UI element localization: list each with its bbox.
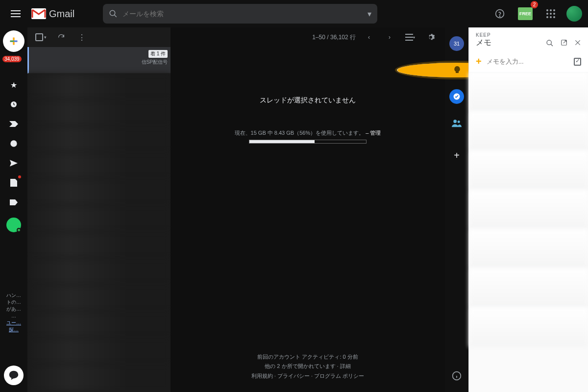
addon-calendar[interactable]: 31 (449, 36, 464, 51)
nav-starred[interactable]: ★ (6, 78, 21, 91)
hangouts-launcher[interactable] (4, 366, 24, 385)
keep-header: KEEP メモ (469, 27, 588, 51)
prev-page-button[interactable]: ‹ (362, 30, 376, 45)
pane-body: スレッドが選択されていません 現在、15 GB 中 8.43 GB（56%）を使… (171, 47, 445, 352)
keep-search-button[interactable] (546, 39, 554, 47)
next-page-button[interactable]: › (382, 30, 397, 45)
sessions-text: 他の 2 か所で開かれています (265, 363, 335, 369)
keep-note-item[interactable] (469, 190, 588, 229)
svg-point-3 (499, 16, 500, 16)
nav-snoozed[interactable] (6, 98, 21, 111)
privacy-link[interactable]: プライバシー (277, 373, 310, 379)
keep-note-item[interactable] (469, 308, 588, 347)
keep-note-item[interactable] (469, 73, 588, 112)
hangouts-avatar[interactable] (6, 218, 21, 232)
apps-grid-icon (546, 9, 555, 18)
tasks-icon (453, 93, 460, 100)
refresh-button[interactable] (53, 29, 70, 46)
support-button[interactable] (490, 4, 510, 24)
thread-row[interactable] (27, 312, 171, 338)
app-header: Gmail ▾ FREE 2 (0, 0, 588, 27)
close-icon (574, 39, 581, 46)
thread-row[interactable] (27, 126, 171, 153)
drafts-indicator-icon (18, 175, 21, 178)
keep-note-item[interactable] (469, 112, 588, 151)
hangouts-find-link[interactable]: ユー… (1, 319, 26, 326)
thread-row[interactable] (27, 206, 171, 232)
nav-drafts[interactable] (6, 176, 21, 189)
main-menu-button[interactable] (6, 4, 25, 24)
account-avatar[interactable] (566, 6, 582, 22)
gmail-word: Gmail (49, 8, 74, 20)
addon-tasks[interactable] (449, 89, 464, 104)
promo-count: 2 (531, 1, 538, 8)
reading-pane: 1–50 / 36,102 行 ‹ › ▾ スレッドが選択されていません 現在、… (171, 27, 445, 392)
thread-row[interactable]: 着 1 件 信SP配信号 (27, 47, 171, 74)
list-toolbar: ▾ ⋮ (27, 27, 171, 47)
calendar-icon: 31 (454, 41, 460, 47)
more-actions-button[interactable]: ⋮ (74, 29, 90, 46)
addon-get-addons[interactable]: + (449, 148, 464, 163)
keep-note-item[interactable] (469, 151, 588, 190)
open-external-icon (561, 39, 567, 46)
thread-row[interactable] (27, 232, 171, 259)
nav-inbox[interactable]: 34,039 (6, 59, 21, 72)
pane-toolbar: 1–50 / 36,102 行 ‹ › ▾ (171, 27, 445, 47)
keep-close-button[interactable] (574, 39, 581, 47)
keep-note-item[interactable] (469, 229, 588, 269)
thread-row[interactable] (27, 153, 171, 179)
search-bar[interactable]: ▾ (103, 4, 377, 24)
svg-point-7 (453, 120, 457, 123)
thread-row[interactable] (27, 100, 171, 126)
thread-row[interactable] (27, 285, 171, 312)
policy-link[interactable]: プログラム ポリシー (314, 373, 364, 379)
thread-row[interactable] (27, 179, 171, 206)
promo-badge[interactable]: FREE 2 (515, 4, 535, 24)
keep-panel: KEEP メモ + (468, 27, 588, 392)
contacts-icon (452, 119, 462, 127)
search-input[interactable] (122, 10, 371, 18)
thread-list: 着 1 件 信SP配信号 (27, 47, 171, 392)
search-options-caret-icon[interactable]: ▾ (368, 9, 371, 19)
nav-label[interactable] (6, 196, 21, 209)
thread-row[interactable] (27, 365, 171, 391)
svg-point-1 (110, 10, 115, 16)
activity-text: 前回のアカウント アクティビティ: 0 分前 (171, 352, 445, 362)
pagination-range: 1–50 / 36,102 行 (312, 33, 356, 42)
keep-note-input[interactable] (487, 58, 569, 65)
info-button[interactable] (449, 368, 464, 383)
plus-icon: + (454, 150, 460, 161)
gmail-logo[interactable]: Gmail (31, 8, 74, 20)
hangouts-find-link2[interactable]: 探… (1, 326, 26, 333)
svg-point-8 (458, 121, 460, 123)
keep-new-list-button[interactable] (574, 58, 581, 66)
hangouts-empty-text: ハン… トの… があ… … ユー… 探… (1, 292, 26, 333)
info-icon (452, 371, 462, 381)
addon-contacts[interactable] (449, 116, 464, 130)
details-link[interactable]: 詳細 (340, 363, 351, 369)
compose-button[interactable] (3, 30, 24, 52)
nav-chats[interactable] (6, 137, 21, 150)
google-apps-button[interactable] (541, 4, 561, 24)
manage-storage-link[interactable]: – 管理 (366, 130, 381, 136)
plus-icon: + (476, 56, 482, 67)
keep-open-button[interactable] (561, 39, 567, 47)
addons-rail: 31 + (445, 27, 468, 392)
display-density-button[interactable]: ▾ (403, 30, 417, 45)
terms-link[interactable]: 利用規約 (251, 373, 273, 379)
thread-row[interactable] (27, 338, 171, 365)
pane-footer: 前回のアカウント アクティビティ: 0 分前 他の 2 か所で開かれています ·… (171, 352, 445, 392)
left-nav-rail: 34,039 ★ ハン… トの… があ… … ユー… 探… (0, 27, 27, 392)
storage-progress-fill (249, 140, 315, 143)
thread-row[interactable] (27, 259, 171, 285)
nav-important[interactable] (6, 118, 21, 130)
keep-note-item[interactable] (469, 269, 588, 308)
thread-row[interactable] (27, 74, 171, 100)
settings-button[interactable] (423, 30, 438, 45)
select-all-checkbox[interactable]: ▾ (32, 29, 49, 46)
svg-point-10 (547, 40, 551, 45)
free-label: FREE (518, 7, 533, 20)
thread-snippet: 信SP配信号 (142, 59, 168, 66)
nav-sent[interactable] (6, 157, 21, 170)
keep-new-note-row[interactable]: + (469, 51, 588, 73)
